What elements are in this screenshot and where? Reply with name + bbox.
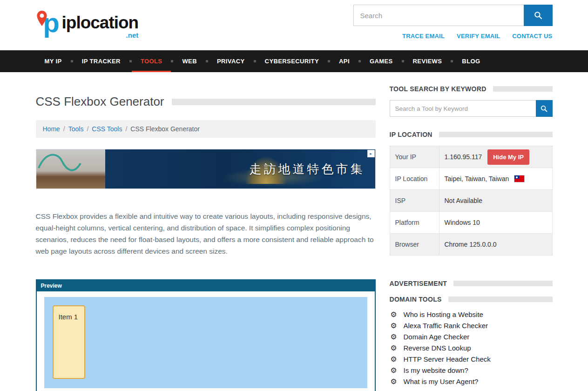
trace-email-link[interactable]: TRACE EMAIL [402, 33, 445, 40]
heading-decorative-bar [493, 86, 553, 92]
main-content: CSS Flexbox Generator Home/Tools/CSS Too… [36, 72, 376, 391]
table-row: Your IP 1.160.95.117 Hide My IP [390, 146, 552, 168]
location-pin-icon [36, 10, 48, 27]
page-title: CSS Flexbox Generator [36, 94, 164, 109]
breadcrumb-home[interactable]: Home [43, 125, 60, 133]
heading-decorative-bar [439, 132, 553, 137]
ip-location-value: Taipei, Taiwan, Taiwan [445, 175, 509, 182]
nav-item-reviews[interactable]: REVIEWS [404, 50, 451, 72]
domain-tool-website-down[interactable]: ⚙ Is my website down? [390, 366, 553, 374]
preview-panel: Preview Item 1 [36, 279, 376, 391]
gear-icon: ⚙ [390, 333, 398, 341]
breadcrumb: Home/Tools/CSS Tools/CSS Flexbox Generat… [36, 120, 376, 138]
breadcrumb-tools[interactable]: Tools [68, 125, 84, 133]
gear-icon: ⚙ [390, 367, 398, 374]
breadcrumb-current: CSS Flexbox Generator [130, 125, 200, 133]
nav-item-games[interactable]: GAMES [361, 50, 402, 72]
gear-icon: ⚙ [390, 322, 398, 330]
logo-wordmark: iplocation [62, 13, 139, 32]
tool-search-button[interactable] [536, 100, 553, 117]
ad-photo-right: 走訪地道特色市集 [105, 149, 375, 189]
flex-preview-item-1: Item 1 [53, 305, 85, 379]
header-search-button[interactable] [524, 5, 553, 26]
your-ip-value: 1.160.95.117 [445, 153, 482, 161]
preview-header: Preview [37, 280, 375, 291]
breadcrumb-separator: / [125, 125, 127, 133]
isp-value: Not Available [439, 190, 552, 212]
domain-tools-list: ⚙ Who is Hosting a Website ⚙ Alexa Traff… [390, 310, 553, 385]
breadcrumb-css-tools[interactable]: CSS Tools [92, 125, 122, 133]
ip-row-label: IP Location [390, 168, 439, 190]
platform-value: Windows 10 [439, 212, 552, 234]
ip-row-label: Your IP [390, 146, 439, 168]
nav-item-privacy[interactable]: PRIVACY [208, 50, 254, 72]
flex-preview-container: Item 1 [44, 297, 367, 388]
heading-decorative-bar [453, 281, 552, 286]
tool-search [390, 100, 553, 117]
domain-tool-hosting[interactable]: ⚙ Who is Hosting a Website [390, 310, 553, 318]
ad-headline: 走訪地道特色市集 [250, 161, 365, 177]
nav-item-ip-tracker[interactable]: IP TRACKER [73, 50, 129, 72]
logo-tld: .net [126, 31, 139, 39]
sidebar: TOOL SEARCH BY KEYWORD IP LOCATION Your … [390, 72, 553, 391]
search-icon [540, 105, 548, 113]
gear-icon: ⚙ [390, 356, 398, 363]
ip-row-label: Browser [390, 234, 439, 256]
ip-location-heading: IP LOCATION [390, 131, 433, 138]
contact-us-link[interactable]: CONTACT US [512, 33, 552, 40]
gear-icon: ⚙ [390, 378, 398, 385]
ad-curve-graphic [36, 149, 105, 177]
heading-decorative-bar [448, 297, 553, 302]
preview-body: Item 1 [37, 291, 375, 391]
header-links: TRACE EMAIL VERIFY EMAIL CONTACT US [402, 33, 552, 40]
domain-tool-reverse-dns[interactable]: ⚙ Reverse DNS Lookup [390, 344, 553, 352]
tool-description: CSS Flexbox provides a flexible and intu… [36, 210, 376, 257]
search-icon [534, 11, 543, 20]
main-nav: MY IP IP TRACKER TOOLS WEB PRIVACY CYBER… [0, 50, 588, 72]
domain-tool-alexa-rank[interactable]: ⚙ Alexa Traffic Rank Checker [390, 322, 553, 330]
nav-item-blog[interactable]: BLOG [453, 50, 489, 72]
table-row: Platform Windows 10 [390, 212, 552, 234]
domain-tools-heading: DOMAIN TOOLS [390, 296, 442, 303]
taiwan-flag-icon [514, 175, 524, 182]
nav-item-tools[interactable]: TOOLS [132, 50, 171, 72]
title-decorative-bar [172, 99, 376, 105]
ip-row-label: Platform [390, 212, 439, 234]
header-search-input[interactable] [353, 5, 524, 26]
hide-my-ip-button[interactable]: Hide My IP [487, 149, 529, 165]
verify-email-link[interactable]: VERIFY EMAIL [457, 33, 500, 40]
logo-mark: p [36, 8, 61, 37]
ad-banner[interactable]: 走訪地道特色市集 ▸ [36, 149, 376, 189]
site-header: p iplocation .net [0, 0, 588, 50]
domain-tool-domain-age[interactable]: ⚙ Domain Age Checker [390, 333, 553, 341]
domain-tool-http-header[interactable]: ⚙ HTTP Server Header Check [390, 355, 553, 363]
tool-search-heading: TOOL SEARCH BY KEYWORD [390, 85, 487, 93]
nav-item-web[interactable]: WEB [173, 50, 206, 72]
table-row: IP Location Taipei, Taiwan, Taiwan [390, 168, 552, 190]
tool-search-input[interactable] [390, 100, 536, 117]
nav-item-api[interactable]: API [330, 50, 358, 72]
table-row: ISP Not Available [390, 190, 552, 212]
nav-item-my-ip[interactable]: MY IP [36, 50, 71, 72]
gear-icon: ⚙ [390, 311, 398, 318]
nav-item-cybersecurity[interactable]: CYBERSECURITY [256, 50, 328, 72]
header-search [353, 5, 553, 26]
advertisement-heading: ADVERTISEMENT [390, 280, 447, 287]
breadcrumb-separator: / [63, 125, 65, 133]
adchoices-icon[interactable]: ▸ [367, 150, 375, 157]
ad-photo-left [36, 149, 105, 189]
site-logo[interactable]: p iplocation .net [36, 8, 139, 37]
ip-row-label: ISP [390, 190, 439, 212]
ip-location-table: Your IP 1.160.95.117 Hide My IP IP Locat… [390, 146, 553, 256]
breadcrumb-separator: / [87, 125, 88, 133]
domain-tool-user-agent[interactable]: ⚙ What is my User Agent? [390, 378, 553, 385]
browser-value: Chrome 125.0.0.0 [439, 234, 552, 256]
table-row: Browser Chrome 125.0.0.0 [390, 234, 552, 256]
gear-icon: ⚙ [390, 344, 398, 352]
